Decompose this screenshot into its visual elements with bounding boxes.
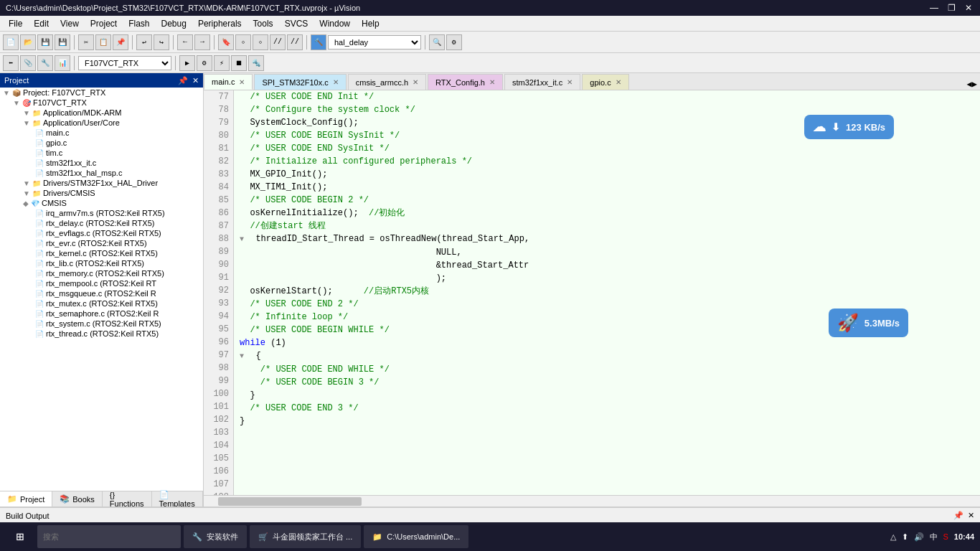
tabs-scroll-left[interactable]: ◀ bbox=[967, 79, 972, 90]
nav-fwd-btn[interactable]: → bbox=[194, 34, 210, 50]
fold-arrow[interactable]: ▼ bbox=[240, 235, 244, 243]
sidebar-tab-project[interactable]: 📁 Project bbox=[0, 491, 52, 507]
maximize-button[interactable]: ❐ bbox=[946, 3, 957, 13]
sidebar-close-btn[interactable]: ✕ bbox=[192, 76, 199, 85]
tb2-stop-btn[interactable]: ⏹ bbox=[231, 55, 247, 71]
function-combo[interactable]: hal_delay bbox=[328, 35, 421, 50]
new-file-btn[interactable]: 📄 bbox=[3, 34, 19, 50]
tree-item[interactable]: ▼ 📁 Application/MDK-ARM bbox=[0, 108, 203, 118]
tab-spi-close[interactable]: ✕ bbox=[333, 78, 339, 86]
tree-item[interactable]: 📄 tim.c bbox=[0, 148, 203, 158]
tab-stm32it[interactable]: stm32f1xx_it.c ✕ bbox=[504, 74, 580, 90]
target-combo[interactable]: F107VCT_RTX bbox=[78, 56, 171, 70]
tree-item[interactable]: ▼ 🎯 F107VCT_RTX bbox=[0, 98, 203, 108]
indent-btn[interactable]: ⬦ bbox=[235, 34, 251, 50]
tb2-btn1[interactable]: ⬅ bbox=[3, 55, 19, 71]
menu-edit[interactable]: Edit bbox=[28, 17, 55, 30]
tree-item[interactable]: ▼ 📁 Drivers/CMSIS bbox=[0, 188, 203, 198]
tb2-run-btn[interactable]: ▶ bbox=[179, 55, 195, 71]
tab-cmsis[interactable]: cmsis_armcc.h ✕ bbox=[348, 74, 426, 90]
scroll-thumb[interactable] bbox=[218, 497, 362, 506]
tab-spi[interactable]: SPI_STM32F10x.c ✕ bbox=[254, 74, 346, 90]
tabs-scroll-right[interactable]: ▶ bbox=[972, 79, 977, 90]
bookmark-btn[interactable]: 🔖 bbox=[218, 34, 234, 50]
tree-item[interactable]: 📄 rtx_semaphore.c (RTOS2:Keil R bbox=[0, 309, 203, 319]
start-button[interactable]: ⊞ bbox=[6, 522, 34, 551]
taskbar-search[interactable] bbox=[37, 525, 181, 548]
systray-arrow[interactable]: △ bbox=[890, 532, 896, 542]
paste-btn[interactable]: 📌 bbox=[113, 34, 128, 50]
tree-item[interactable]: 📄 rtx_mutex.c (RTOS2:Keil RTX5) bbox=[0, 298, 203, 309]
tb2-btn4[interactable]: 📊 bbox=[55, 55, 70, 71]
sidebar-tab-books[interactable]: 📚 Books bbox=[52, 491, 103, 507]
tree-item[interactable]: ▼ 📦 Project: F107VCT_RTX bbox=[0, 88, 203, 98]
tb2-gear-btn[interactable]: 🔩 bbox=[248, 55, 264, 71]
systray-volume[interactable]: 🔊 bbox=[914, 532, 924, 542]
sidebar-tab-templates[interactable]: 📄 Templates bbox=[152, 491, 203, 507]
tree-item[interactable]: 📄 stm32f1xx_it.c bbox=[0, 158, 203, 168]
tab-main-c[interactable]: main.c ✕ bbox=[204, 74, 253, 90]
menu-view[interactable]: View bbox=[55, 17, 85, 30]
code-editor[interactable]: 7778798081828384858687888990919293949596… bbox=[204, 90, 980, 495]
menu-svcs[interactable]: SVCS bbox=[279, 17, 314, 30]
tree-item[interactable]: 📄 irq_armv7m.s (RTOS2:Keil RTX5) bbox=[0, 208, 203, 218]
menu-help[interactable]: Help bbox=[356, 17, 385, 30]
settings-btn[interactable]: ⚙ bbox=[446, 34, 462, 50]
menu-window[interactable]: Window bbox=[314, 17, 356, 30]
tab-cmsis-close[interactable]: ✕ bbox=[413, 78, 418, 86]
fold-arrow[interactable]: ▼ bbox=[240, 352, 244, 360]
taskbar-app-software[interactable]: 🔧 安装软件 bbox=[184, 525, 247, 548]
menu-debug[interactable]: Debug bbox=[156, 17, 192, 30]
save-btn[interactable]: 💾 bbox=[37, 34, 53, 50]
tree-item[interactable]: 📄 rtx_evflags.c (RTOS2:Keil RTX5) bbox=[0, 228, 203, 238]
copy-btn[interactable]: 📋 bbox=[95, 34, 111, 50]
tree-item[interactable]: 📄 rtx_memory.c (RTOS2:Keil RTX5) bbox=[0, 268, 203, 278]
taskbar-app-doujin[interactable]: 🛒 斗金圆领卖家工作台 ... bbox=[250, 525, 361, 548]
tab-main-c-close[interactable]: ✕ bbox=[239, 78, 245, 86]
taskbar-app-explorer[interactable]: 📁 C:\Users\admin\De... bbox=[364, 525, 468, 548]
tree-item[interactable]: 📄 rtx_mempool.c (RTOS2:Keil RT bbox=[0, 278, 203, 288]
menu-tools[interactable]: Tools bbox=[248, 17, 279, 30]
systray-lang[interactable]: 中 bbox=[930, 532, 938, 542]
minimize-button[interactable]: — bbox=[928, 3, 940, 13]
undo-btn[interactable]: ↩ bbox=[136, 34, 152, 50]
tab-rtxconfig-close[interactable]: ✕ bbox=[489, 78, 495, 86]
sidebar-pin-btn[interactable]: 📌 bbox=[178, 76, 188, 85]
tree-item[interactable]: 📄 rtx_lib.c (RTOS2:Keil RTX5) bbox=[0, 258, 203, 268]
comment-btn[interactable]: // bbox=[270, 34, 286, 50]
tb2-btn2[interactable]: 📎 bbox=[20, 55, 36, 71]
nav-back-btn[interactable]: ← bbox=[177, 34, 193, 50]
menu-peripherals[interactable]: Peripherals bbox=[192, 17, 248, 30]
save-all-btn[interactable]: 💾 bbox=[55, 34, 70, 50]
tree-item[interactable]: 📄 rtx_delay.c (RTOS2:Keil RTX5) bbox=[0, 218, 203, 228]
tree-item[interactable]: 📄 rtx_kernel.c (RTOS2:Keil RTX5) bbox=[0, 248, 203, 258]
unindent-btn[interactable]: ⬦ bbox=[253, 34, 268, 50]
horizontal-scrollbar[interactable] bbox=[204, 495, 980, 507]
tree-item[interactable]: ▼ 📁 Drivers/STM32F1xx_HAL_Driver bbox=[0, 178, 203, 188]
tree-item[interactable]: 📄 rtx_thread.c (RTOS2:Keil RTX5) bbox=[0, 329, 203, 339]
build-output-close[interactable]: ✕ bbox=[968, 511, 974, 520]
menu-flash[interactable]: Flash bbox=[123, 17, 155, 30]
uncomment-btn[interactable]: // bbox=[287, 34, 303, 50]
tree-item[interactable]: 📄 rtx_msgqueue.c (RTOS2:Keil R bbox=[0, 288, 203, 298]
sidebar-tab-functions[interactable]: {} Functions bbox=[103, 491, 152, 507]
tb2-btn3[interactable]: 🔧 bbox=[37, 55, 53, 71]
tree-item[interactable]: 📄 main.c bbox=[0, 128, 203, 138]
tab-stm32it-close[interactable]: ✕ bbox=[567, 78, 573, 86]
build-output-pin[interactable]: 📌 bbox=[953, 511, 963, 520]
tree-item[interactable]: ▼ 📁 Application/User/Core bbox=[0, 118, 203, 128]
tree-item[interactable]: 📄 rtx_system.c (RTOS2:Keil RTX5) bbox=[0, 319, 203, 329]
tree-item[interactable]: 📄 rtx_evr.c (RTOS2:Keil RTX5) bbox=[0, 238, 203, 248]
menu-file[interactable]: File bbox=[3, 17, 28, 30]
tree-item[interactable]: ◆ 💎 CMSIS bbox=[0, 198, 203, 208]
tab-rtxconfig[interactable]: RTX_Config.h ✕ bbox=[428, 74, 503, 90]
tab-gpio-close[interactable]: ✕ bbox=[616, 78, 621, 86]
search-btn[interactable]: 🔍 bbox=[429, 34, 445, 50]
tb2-flash-btn[interactable]: ⚡ bbox=[214, 55, 230, 71]
tb2-dbg-btn[interactable]: ⚙ bbox=[197, 55, 212, 71]
tree-item[interactable]: 📄 gpio.c bbox=[0, 138, 203, 148]
redo-btn[interactable]: ↪ bbox=[154, 34, 169, 50]
cut-btn[interactable]: ✂ bbox=[78, 34, 94, 50]
menu-project[interactable]: Project bbox=[85, 17, 123, 30]
tree-item[interactable]: 📄 stm32f1xx_hal_msp.c bbox=[0, 168, 203, 178]
